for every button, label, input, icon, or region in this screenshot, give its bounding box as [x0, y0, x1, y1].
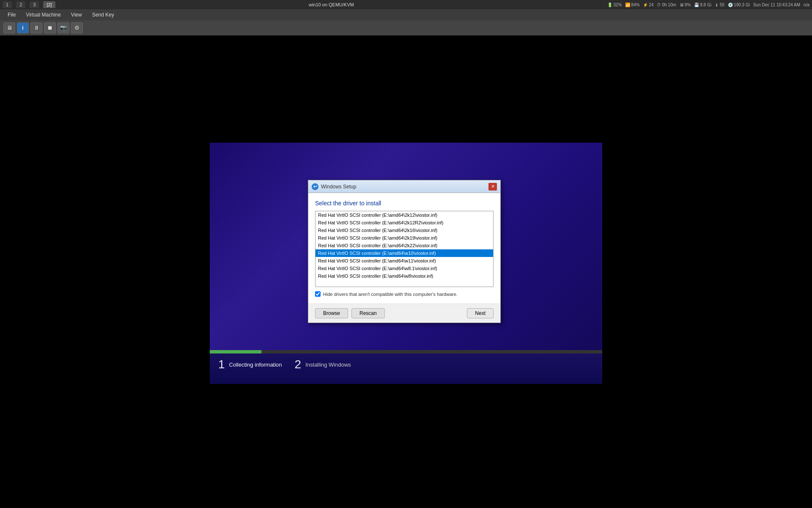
ram-status: 💾 9.8 Gi: [694, 3, 711, 7]
window-title: win10 on QEMU/KVM: [60, 2, 604, 7]
step-2-number: 2: [295, 358, 302, 371]
menu-virtual-machine[interactable]: Virtual Machine: [22, 11, 65, 19]
cpu-status: 🖥 9%: [680, 3, 691, 7]
network-status: 📶 84%: [625, 3, 639, 7]
menu-view[interactable]: View: [67, 11, 86, 19]
bottom-area: 1 Collecting information 2 Installing Wi…: [210, 350, 602, 384]
setup-dialog: ↩ Windows Setup ✕ Select the driver to i…: [308, 180, 501, 323]
progress-bar-fill: [210, 350, 261, 353]
topbar: 1 2 3 [2] win10 on QEMU/KVM 🔋 32% 📶 84% …: [0, 0, 812, 9]
toolbar: 🖥 i ⏸ ⏹ 📷 ⚙: [0, 20, 812, 36]
driver-item-2[interactable]: Red Hat VirtIO SCSI controller (E:\amd64…: [315, 226, 493, 234]
tab-3[interactable]: 3: [30, 1, 39, 8]
dialog-titlebar: ↩ Windows Setup ✕: [308, 180, 500, 193]
dialog-footer: Browse Rescan Next: [308, 304, 500, 323]
stop-button[interactable]: ⏹: [44, 22, 56, 33]
time-status: ⏱ 0h 10m: [657, 3, 676, 7]
driver-item-6[interactable]: Red Hat VirtIO SCSI controller (E:\amd64…: [315, 257, 493, 265]
menu-send-key[interactable]: Send Key: [88, 11, 118, 19]
footer-left-buttons: Browse Rescan: [315, 308, 385, 318]
disk-status: 💿 190.3 Gi: [728, 3, 750, 7]
tab-2[interactable]: 2: [16, 1, 25, 8]
settings-button[interactable]: ⚙: [71, 22, 83, 33]
step-1: 1 Collecting information: [218, 358, 282, 371]
driver-item-3[interactable]: Red Hat VirtIO SCSI controller (E:\amd64…: [315, 234, 493, 242]
dialog-title-left: ↩ Windows Setup: [312, 183, 356, 190]
temp-status: 🌡 55: [715, 3, 724, 7]
driver-item-8[interactable]: Red Hat VirtIO SCSI controller (E:\amd64…: [315, 272, 493, 280]
rescan-button[interactable]: Rescan: [351, 308, 385, 318]
charge-status: ⚡ 24: [643, 3, 653, 7]
driver-item-1[interactable]: Red Hat VirtIO SCSI controller (E:\amd64…: [315, 219, 493, 226]
driver-item-4[interactable]: Red Hat VirtIO SCSI controller (E:\amd64…: [315, 242, 493, 249]
step-2: 2 Installing Windows: [295, 358, 351, 371]
progress-bar-container: [210, 350, 602, 353]
browse-button[interactable]: Browse: [315, 308, 348, 318]
monitor-button[interactable]: 🖥: [3, 22, 15, 33]
dialog-title-text: Windows Setup: [321, 184, 356, 190]
tab-1[interactable]: 1: [3, 1, 12, 8]
driver-item-0[interactable]: Red Hat VirtIO SCSI controller (E:\amd64…: [315, 211, 493, 219]
driver-list[interactable]: Red Hat VirtIO SCSI controller (E:\amd64…: [315, 211, 494, 287]
battery-status: 🔋 32%: [607, 3, 622, 7]
tab-active[interactable]: [2]: [43, 1, 55, 8]
driver-item-7[interactable]: Red Hat VirtIO SCSI controller (E:\amd64…: [315, 265, 493, 272]
windows-setup-icon: ↩: [312, 183, 318, 190]
step-1-number: 1: [218, 358, 225, 371]
progress-bar-divider: [261, 350, 262, 353]
checkbox-row: Hide drivers that aren't compatible with…: [315, 291, 494, 297]
step-1-label: Collecting information: [229, 362, 282, 368]
next-button[interactable]: Next: [467, 308, 494, 318]
hide-drivers-label: Hide drivers that aren't compatible with…: [323, 292, 458, 297]
steps-row: 1 Collecting information 2 Installing Wi…: [210, 354, 602, 375]
driver-item-5[interactable]: Red Hat VirtIO SCSI controller (E:\amd64…: [315, 249, 493, 257]
screenshot-button[interactable]: 📷: [58, 22, 69, 33]
misc-status: n/a: [804, 3, 809, 7]
menubar: File Virtual Machine View Send Key: [0, 9, 812, 20]
dialog-heading: Select the driver to install: [315, 200, 494, 207]
vm-screen: ↩ Windows Setup ✕ Select the driver to i…: [210, 143, 602, 384]
main-area: ↩ Windows Setup ✕ Select the driver to i…: [0, 36, 812, 491]
menu-file[interactable]: File: [3, 11, 20, 19]
dialog-body: Select the driver to install Red Hat Vir…: [308, 193, 500, 304]
info-button[interactable]: i: [17, 22, 29, 33]
hide-drivers-checkbox[interactable]: [315, 291, 321, 297]
step-2-label: Installing Windows: [305, 362, 351, 368]
dialog-close-button[interactable]: ✕: [488, 183, 497, 190]
pause-button[interactable]: ⏸: [30, 22, 42, 33]
datetime-status: Sun Dec 11 10:43:24 AM: [753, 3, 800, 7]
status-bar: 🔋 32% 📶 84% ⚡ 24 ⏱ 0h 10m 🖥 9% 💾 9.8 Gi …: [607, 3, 809, 7]
